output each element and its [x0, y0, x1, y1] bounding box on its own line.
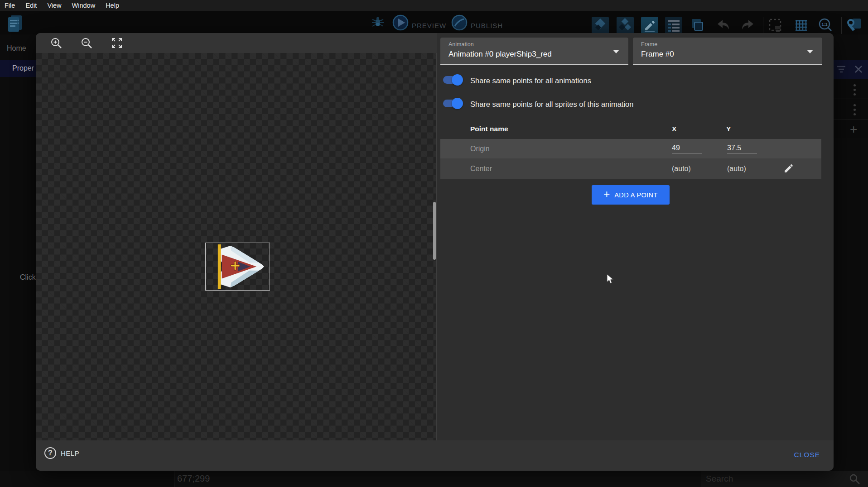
- toolbar-divider: [841, 17, 842, 34]
- add-a-point-label: ADD A POINT: [614, 191, 657, 199]
- kebab-menu-icon[interactable]: [854, 104, 856, 115]
- frame-select-value: Frame #0: [641, 50, 674, 59]
- help-icon: ?: [44, 447, 56, 459]
- app-window: File Edit View Window Help: [0, 0, 868, 487]
- menu-window[interactable]: Window: [72, 2, 101, 9]
- edit-pencil-icon[interactable]: [783, 163, 794, 174]
- close-button[interactable]: CLOSE: [794, 451, 820, 459]
- tab-home[interactable]: Home: [7, 44, 26, 53]
- tab-properties[interactable]: Proper: [0, 60, 36, 77]
- toggle-knob: [452, 98, 463, 109]
- mask-icon[interactable]: [767, 17, 784, 34]
- toggle-knob: [452, 74, 463, 86]
- close-panel-icon[interactable]: [854, 65, 863, 73]
- toolbar-divider: [711, 17, 711, 34]
- svg-text:1:1: 1:1: [821, 22, 827, 27]
- bg-panel-rows: +: [834, 79, 868, 138]
- layers-icon[interactable]: [688, 17, 705, 34]
- table-row-center[interactable]: Center (auto) (auto): [440, 158, 821, 179]
- share-points-all-sprites-toggle[interactable]: [443, 100, 462, 107]
- frame-select-label: Frame: [641, 41, 657, 48]
- status-bar: 677;299 Search: [0, 471, 868, 487]
- center-x-value: (auto): [672, 165, 702, 173]
- point-name: Center: [470, 165, 492, 173]
- animation-select-value: Animation #0 playerShip3_red: [448, 50, 552, 59]
- events-list-icon[interactable]: [665, 17, 682, 34]
- objects-search-field[interactable]: Search: [701, 471, 868, 487]
- share-points-all-sprites-label: Share same points for all sprites of thi…: [470, 100, 633, 109]
- sprite-canvas[interactable]: [36, 53, 437, 440]
- menu-bar: File Edit View Window Help: [0, 0, 868, 11]
- bg-panel-header: [834, 60, 868, 79]
- objects-list-icon[interactable]: [617, 17, 634, 34]
- status-bar-left: [0, 471, 175, 487]
- column-header-point-name: Point name: [470, 125, 508, 133]
- table-row-origin[interactable]: Origin 49 37.5: [440, 139, 821, 158]
- menu-file[interactable]: File: [5, 2, 21, 9]
- share-points-all-animations-label: Share same points for all animations: [470, 76, 591, 85]
- origin-x-input[interactable]: 49: [672, 144, 702, 154]
- mouse-cursor: [607, 274, 614, 285]
- canvas-hint-text: Click: [20, 273, 36, 282]
- grid-icon[interactable]: [793, 17, 810, 34]
- menu-edit[interactable]: Edit: [25, 2, 43, 9]
- plus-icon: +: [603, 189, 610, 200]
- undo-icon[interactable]: [715, 17, 732, 34]
- animation-select-label: Animation: [448, 41, 474, 48]
- toolbar-icon-group: 1:1: [0, 17, 868, 34]
- menu-help[interactable]: Help: [106, 2, 125, 9]
- share-points-all-animations-toggle[interactable]: [443, 76, 462, 84]
- help-label: HELP: [61, 449, 79, 457]
- kebab-menu-icon[interactable]: [854, 84, 856, 95]
- frame-select[interactable]: Frame Frame #0: [633, 38, 822, 65]
- scrollbar-thumb[interactable]: [433, 202, 436, 260]
- open-object-icon[interactable]: [592, 17, 609, 34]
- editor-toolbar: PREVIEW PUBLISH: [0, 11, 868, 34]
- redo-icon[interactable]: [739, 17, 756, 34]
- search-placeholder: Search: [706, 474, 733, 484]
- canvas-toolbar: [36, 33, 437, 53]
- help-button[interactable]: ? HELP: [44, 447, 79, 459]
- origin-y-input[interactable]: 37.5: [727, 144, 757, 154]
- filter-icon[interactable]: [836, 65, 846, 73]
- points-panel: Animation Animation #0 playerShip3_red F…: [437, 33, 834, 440]
- edit-points-dialog: Animation Animation #0 playerShip3_red F…: [36, 33, 834, 471]
- tab-properties-label: Proper: [12, 64, 34, 72]
- search-icon: [849, 473, 861, 485]
- player-ship-sprite: [206, 243, 270, 290]
- menu-view[interactable]: View: [47, 2, 67, 9]
- center-y-value: (auto): [727, 165, 757, 173]
- zoom-in-icon[interactable]: [49, 36, 63, 50]
- chevron-down-icon: [807, 50, 813, 53]
- settings-wrench-icon[interactable]: [845, 17, 863, 34]
- toolbar-divider: [763, 17, 763, 34]
- fit-to-screen-icon[interactable]: [110, 36, 124, 50]
- cursor-coordinates: 677;299: [177, 473, 210, 484]
- add-a-point-button[interactable]: + ADD A POINT: [592, 185, 670, 205]
- edit-scene-icon[interactable]: [641, 17, 658, 34]
- chevron-down-icon: [613, 50, 619, 53]
- zoom-1-1-icon[interactable]: 1:1: [816, 17, 835, 34]
- column-header-y: Y: [726, 125, 731, 133]
- column-header-x: X: [672, 125, 676, 133]
- sprite-selection-box[interactable]: [205, 243, 270, 291]
- animation-select[interactable]: Animation Animation #0 playerShip3_red: [440, 38, 628, 65]
- point-name: Origin: [470, 145, 490, 153]
- dialog-footer: [36, 440, 834, 471]
- zoom-out-icon[interactable]: [80, 36, 93, 50]
- add-row-icon[interactable]: +: [850, 122, 857, 137]
